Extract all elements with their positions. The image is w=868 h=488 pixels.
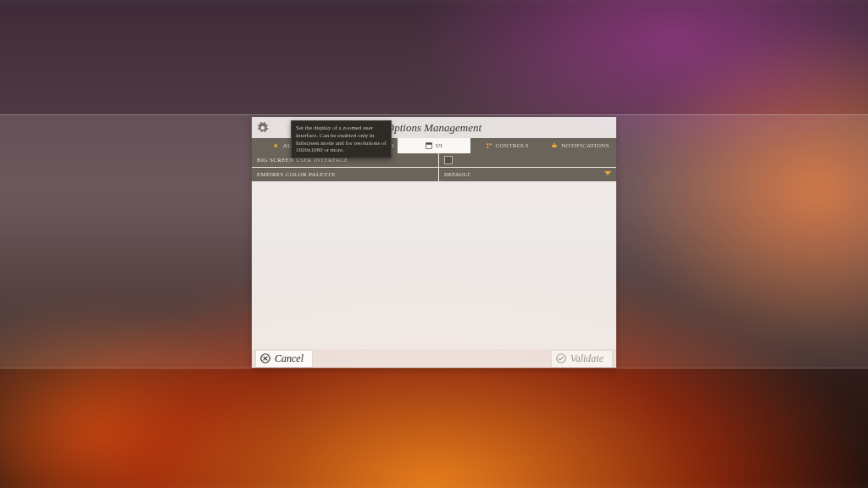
- svg-rect-7: [553, 145, 557, 147]
- close-icon: [259, 352, 271, 364]
- tooltip: Set the display of a zoomed user interfa…: [291, 120, 392, 158]
- tab-ui[interactable]: UI: [398, 138, 470, 153]
- tab-notifications[interactable]: NOTIFICATIONS: [544, 138, 616, 153]
- dialog-footer: Cancel Validate: [252, 349, 616, 368]
- tab-label: NOTIFICATIONS: [561, 142, 609, 149]
- ui-icon: [426, 142, 432, 149]
- tooltip-text: Set the display of a zoomed user interfa…: [296, 125, 387, 153]
- svg-rect-3: [426, 143, 432, 145]
- svg-rect-4: [487, 143, 488, 145]
- cancel-button[interactable]: Cancel: [255, 350, 313, 368]
- validate-button[interactable]: Validate: [551, 350, 613, 368]
- tab-label: UI: [436, 142, 442, 149]
- option-label: EMPIRES COLOR PALETTE: [252, 168, 438, 181]
- option-control[interactable]: [439, 153, 616, 167]
- controls-icon: [486, 142, 492, 149]
- speaker-icon: [273, 142, 280, 149]
- validate-label: Validate: [570, 352, 604, 365]
- check-icon: [555, 352, 567, 364]
- option-row-color-palette: EMPIRES COLOR PALETTE DEFAULT: [252, 168, 616, 181]
- bell-icon: [551, 142, 558, 149]
- tab-label: CONTROLS: [496, 142, 529, 149]
- chevron-down-icon: [604, 171, 611, 175]
- tab-controls[interactable]: CONTROLS: [471, 138, 543, 153]
- cancel-label: Cancel: [275, 352, 303, 365]
- svg-rect-8: [554, 143, 555, 145]
- svg-rect-5: [489, 143, 491, 145]
- option-select[interactable]: DEFAULT: [439, 168, 616, 181]
- select-value: DEFAULT: [444, 171, 470, 178]
- options-content: BIG SCREEN USER INTERFACE EMPIRES COLOR …: [252, 153, 616, 349]
- checkbox[interactable]: [444, 156, 453, 164]
- svg-rect-6: [487, 147, 488, 148]
